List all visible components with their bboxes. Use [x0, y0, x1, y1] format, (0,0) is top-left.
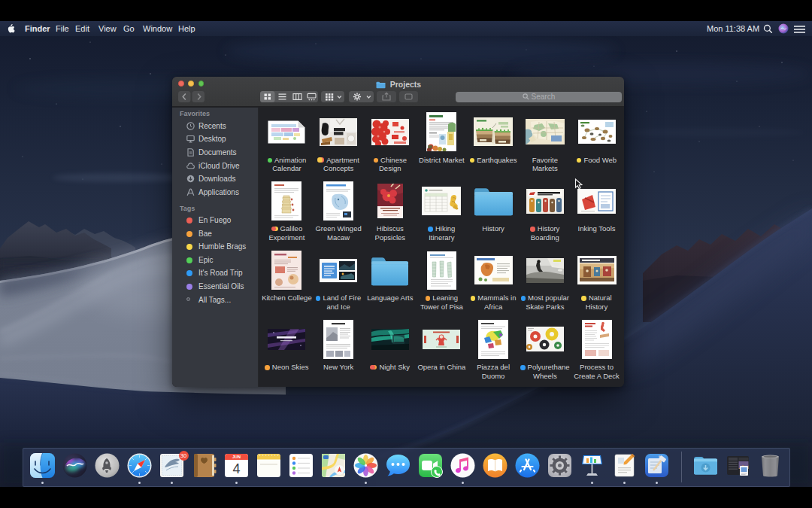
- svg-text:JUN: JUN: [232, 455, 241, 459]
- svg-text:4: 4: [232, 461, 240, 476]
